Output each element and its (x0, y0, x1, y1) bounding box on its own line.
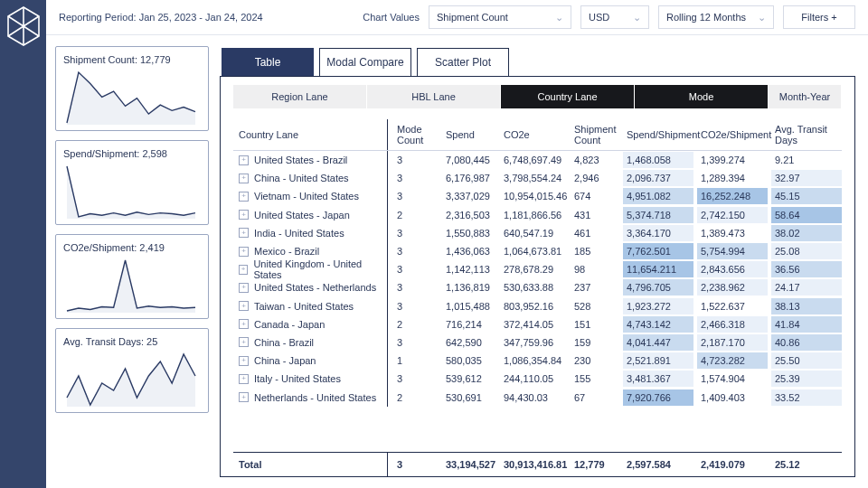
chevron-down-icon: ⌄ (633, 12, 641, 23)
topbar: Reporting Period: Jan 25, 2023 - Jan 24,… (46, 0, 868, 35)
table-total-row: Total 3 33,194,527 30,913,416.81 12,779 … (233, 452, 842, 476)
table-body: +United States - Brazil37,080,4456,748,6… (233, 151, 842, 452)
lane-name: China - Brazil (254, 337, 314, 348)
chart-values-select[interactable]: Shipment Count⌄ (429, 5, 571, 29)
seg-region-lane[interactable]: Region Lane (233, 85, 367, 108)
table-row[interactable]: +China - Japan1580,0351,086,354.842302,5… (233, 352, 842, 370)
lane-name: United Kingdom - United States (253, 258, 383, 280)
currency-select[interactable]: USD⌄ (580, 5, 649, 29)
table-row[interactable]: +United Kingdom - United States31,142,11… (233, 260, 842, 278)
card-title: Spend/Shipment: 2,598 (63, 148, 201, 159)
card-shipment-count[interactable]: Shipment Count: 12,779 (55, 46, 209, 131)
col-co2e[interactable]: CO2e (500, 127, 571, 143)
lane-name: China - Japan (254, 355, 316, 366)
card-title: Shipment Count: 12,779 (63, 54, 201, 65)
chart-values-label: Chart Values (363, 12, 420, 23)
seg-hbl-lane[interactable]: HBL Lane (367, 85, 501, 108)
table-row[interactable]: +China - Brazil3642,590347,759.961594,04… (233, 333, 842, 352)
table-row[interactable]: +China - United States36,176,9873,798,55… (233, 169, 842, 187)
table-row[interactable]: +United States - Netherlands31,136,81953… (233, 278, 842, 296)
lane-name: China - United States (254, 173, 349, 183)
table-row[interactable]: +Netherlands - United States2530,69194,4… (233, 388, 842, 406)
sparkline (63, 351, 199, 408)
col-shipment-count[interactable]: Shipment Count (571, 121, 619, 148)
content-panel: Table Modal Compare Scatter Plot Region … (220, 76, 855, 477)
lane-name: United States - Japan (254, 210, 350, 221)
expand-icon[interactable]: + (239, 174, 249, 183)
lane-name: Taiwan - United States (254, 301, 354, 312)
lane-name: Netherlands - United States (254, 392, 376, 403)
logo-icon (5, 5, 42, 488)
expand-icon[interactable]: + (239, 337, 249, 347)
expand-icon[interactable]: + (239, 356, 249, 366)
table-header: Country Lane Mode Count Spend CO2e Shipm… (233, 119, 842, 151)
view-tabs: Table Modal Compare Scatter Plot (221, 47, 854, 76)
col-country-lane[interactable]: Country Lane (233, 127, 387, 143)
expand-icon[interactable]: + (239, 374, 249, 384)
lane-name: Mexico - Brazil (254, 246, 319, 257)
expand-icon[interactable]: + (239, 247, 249, 257)
sparkline (63, 69, 199, 127)
lane-name: Vietnam - United States (254, 191, 359, 202)
col-spend-shipment[interactable]: Spend/Shipment (623, 127, 693, 143)
left-rail (0, 0, 46, 488)
tab-scatter-plot[interactable]: Scatter Plot (417, 48, 509, 76)
expand-icon[interactable]: + (239, 210, 249, 220)
reporting-period: Reporting Period: Jan 25, 2023 - Jan 24,… (59, 12, 263, 23)
table-row[interactable]: +United States - Japan22,316,5031,181,86… (233, 206, 842, 224)
filters-button[interactable]: Filters + (783, 5, 855, 29)
expand-icon[interactable]: + (239, 192, 249, 202)
card-title: Avg. Transit Days: 25 (63, 336, 201, 347)
chevron-down-icon: ⌄ (758, 12, 766, 23)
col-co2e-shipment[interactable]: CO2e/Shipment (697, 127, 768, 143)
tab-modal-compare[interactable]: Modal Compare (319, 48, 411, 76)
table-row[interactable]: +India - United States31,550,883640,547.… (233, 224, 842, 242)
col-avg-transit[interactable]: Avg. Transit Days (771, 121, 842, 148)
seg-month-year[interactable]: Month-Year (769, 85, 842, 108)
lane-name: Canada - Japan (254, 319, 325, 330)
expand-icon[interactable]: + (239, 319, 249, 329)
seg-mode[interactable]: Mode (635, 85, 769, 108)
tab-table[interactable]: Table (222, 48, 314, 76)
table-row[interactable]: +Canada - Japan2716,214372,414.051514,74… (233, 315, 842, 333)
card-co2-shipment[interactable]: CO2e/Shipment: 2,419 (55, 234, 209, 319)
table-row[interactable]: +United States - Brazil37,080,4456,748,6… (233, 151, 842, 169)
lane-name: Italy - United States (254, 373, 341, 384)
expand-icon[interactable]: + (239, 301, 249, 311)
expand-icon[interactable]: + (239, 155, 249, 165)
lane-name: India - United States (254, 228, 344, 239)
card-title: CO2e/Shipment: 2,419 (63, 242, 201, 253)
chevron-down-icon: ⌄ (555, 12, 563, 23)
table-row[interactable]: +Taiwan - United States31,015,488803,952… (233, 297, 842, 315)
range-select[interactable]: Rolling 12 Months⌄ (658, 5, 774, 29)
col-spend[interactable]: Spend (442, 127, 500, 143)
col-mode-count[interactable]: Mode Count (393, 121, 442, 148)
card-avg-transit[interactable]: Avg. Transit Days: 25 (55, 328, 209, 413)
table-row[interactable]: +Italy - United States3539,612244,110.05… (233, 370, 842, 388)
seg-country-lane[interactable]: Country Lane (501, 85, 635, 108)
expand-icon[interactable]: + (239, 228, 249, 238)
sparkline (63, 163, 199, 221)
total-label: Total (233, 456, 387, 473)
lane-name: United States - Netherlands (254, 282, 376, 293)
sparkline (63, 257, 199, 314)
card-spend-shipment[interactable]: Spend/Shipment: 2,598 (55, 140, 209, 225)
expand-icon[interactable]: + (239, 283, 249, 293)
table-row[interactable]: +Vietnam - United States33,337,02910,954… (233, 187, 842, 205)
grouping-segments: Region Lane HBL Lane Country Lane Mode M… (233, 85, 842, 108)
expand-icon[interactable]: + (239, 392, 249, 402)
expand-icon[interactable]: + (239, 265, 248, 275)
metric-cards: Shipment Count: 12,779 Spend/Shipment: 2… (55, 46, 209, 477)
lane-name: United States - Brazil (254, 155, 347, 165)
